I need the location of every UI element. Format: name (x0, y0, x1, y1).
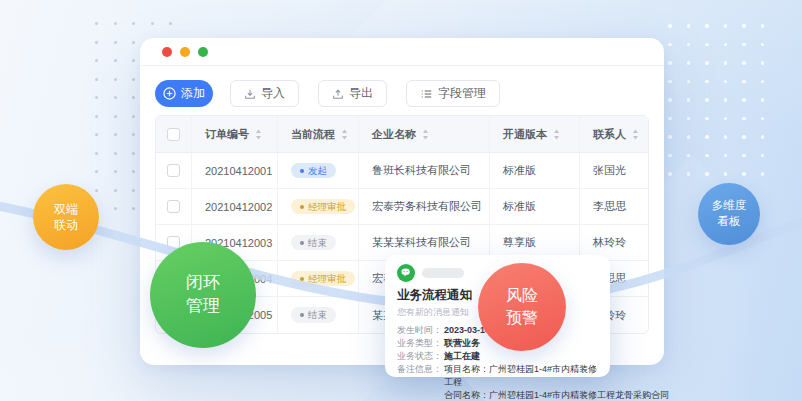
column-header-flow[interactable]: 当前流程 (278, 116, 359, 153)
badge-line: 联动 (54, 217, 78, 233)
badge-line: 双端 (54, 201, 78, 217)
notification-field: 备注信息：项目名称：广州碧桂园1-4#市内精装修工程 (397, 363, 598, 389)
notification-field-value: 联营业务 (444, 337, 480, 350)
sort-icon (255, 129, 262, 140)
notification-field-label: 业务状态： (397, 350, 444, 363)
table-row: 20210412001发起鲁班长科技有限公司标准版张国光 (156, 153, 648, 189)
badge-line: 风险 (506, 285, 538, 307)
row-checkbox[interactable] (167, 200, 180, 213)
field-list-icon (420, 88, 433, 100)
sort-icon (422, 129, 429, 140)
sort-icon (341, 129, 348, 140)
import-button[interactable]: 导入 (230, 80, 299, 107)
badge-risk-alert: 风险 预警 (478, 263, 566, 351)
notification-field-label: 发生时间： (397, 324, 444, 337)
plus-circle-icon (163, 87, 176, 100)
order-no-cell: 20210412001 (192, 153, 278, 189)
status-pill: 经理审批 (291, 199, 355, 215)
toolbar: 添加 导入 导出 字段管理 (140, 66, 664, 115)
table-row: 20210412002经理审批宏泰劳务科技有限公司标准版李思思 (156, 189, 648, 225)
row-checkbox-cell (156, 153, 192, 189)
badge-line: 管理 (186, 295, 220, 318)
sort-icon (553, 129, 560, 140)
notification-field-label: 业务类型： (397, 337, 444, 350)
wechat-icon (397, 264, 415, 282)
column-header-company[interactable]: 企业名称 (359, 116, 490, 153)
company-cell: 鲁班长科技有限公司 (359, 153, 490, 189)
version-cell: 标准版 (490, 153, 580, 189)
notification-source-placeholder (422, 268, 464, 278)
window-maximize-icon[interactable] (198, 47, 208, 57)
badge-line: 看板 (718, 214, 741, 230)
row-checkbox-cell (156, 189, 192, 225)
column-header-version[interactable]: 开通版本 (490, 116, 580, 153)
column-header-label: 开通版本 (503, 127, 547, 142)
column-header-label: 联系人 (593, 127, 626, 142)
notification-remark-line: 合同名称：广州碧桂园1-4#市内精装修工程龙骨采购合同 (444, 389, 598, 401)
version-cell: 标准版 (490, 189, 580, 225)
export-icon (332, 88, 344, 100)
export-button[interactable]: 导出 (318, 80, 387, 107)
flow-cell: 经理审批 (278, 189, 359, 225)
flow-cell: 发起 (278, 153, 359, 189)
badge-line: 闭环 (186, 272, 220, 295)
status-pill: 结束 (291, 307, 336, 323)
window-titlebar (140, 38, 664, 66)
status-pill: 发起 (291, 163, 336, 179)
status-pill: 经理审批 (291, 271, 355, 287)
flow-cell: 经理审批 (278, 261, 359, 297)
notification-field-label: 备注信息： (397, 363, 444, 389)
field-manage-button[interactable]: 字段管理 (406, 80, 500, 107)
window-minimize-icon[interactable] (180, 47, 190, 57)
contact-cell: 李思思 (580, 189, 649, 225)
flow-cell: 结束 (278, 297, 359, 333)
column-header-label: 当前流程 (291, 127, 335, 142)
header-checkbox-cell (156, 116, 192, 153)
badge-closed-loop: 闭环 管理 (150, 242, 256, 348)
row-checkbox[interactable] (167, 164, 180, 177)
contact-cell: 张国光 (580, 153, 649, 189)
notification-field-value: 施工在建 (444, 350, 480, 363)
badge-line: 多维度 (712, 198, 747, 214)
badge-dual-link: 双端 联动 (33, 184, 99, 250)
notification-field: 业务状态：施工在建 (397, 350, 598, 363)
select-all-checkbox[interactable] (167, 128, 180, 141)
column-header-label: 订单编号 (205, 127, 249, 142)
window-close-icon[interactable] (162, 47, 172, 57)
column-header-contact[interactable]: 联系人 (580, 116, 649, 153)
table-header-row: 订单编号当前流程企业名称开通版本联系人 (156, 116, 648, 153)
add-button[interactable]: 添加 (155, 80, 213, 107)
flow-cell: 结束 (278, 225, 359, 261)
status-pill: 结束 (291, 235, 336, 251)
column-header-order_no[interactable]: 订单编号 (192, 116, 278, 153)
notification-field-value: 项目名称：广州碧桂园1-4#市内精装修工程 (444, 363, 598, 389)
column-header-label: 企业名称 (372, 127, 416, 142)
import-icon (244, 88, 256, 100)
badge-multi-board: 多维度 看板 (698, 183, 760, 245)
sort-icon (632, 129, 639, 140)
badge-line: 预警 (506, 307, 538, 329)
order-no-cell: 20210412002 (192, 189, 278, 225)
company-cell: 宏泰劳务科技有限公司 (359, 189, 490, 225)
